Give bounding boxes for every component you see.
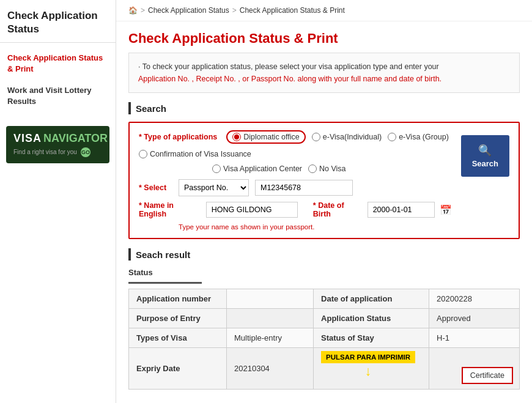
result-section-title: Seach result: [136, 250, 190, 260]
search-form-inner: * Type of applications Diplomatic office…: [139, 130, 509, 231]
search-btn-wrap: 🔍 Search: [452, 130, 509, 177]
radio-vac-input[interactable]: [212, 165, 221, 173]
input-row-name-dob: * Name in English * Date of Birth 📅: [139, 201, 452, 218]
result-status-label: Status: [128, 268, 520, 277]
visa-navigator-banner[interactable]: VISA NAVIGATOR Find a right visa for you…: [6, 126, 109, 163]
calendar-icon[interactable]: 📅: [440, 204, 452, 216]
info-box: · To check your application status, plea…: [128, 53, 520, 93]
name-input[interactable]: [206, 202, 298, 218]
radio-novisa-label: No Visa: [319, 165, 346, 173]
col-date-of-application-label: Date of application: [314, 289, 429, 309]
radio-vac[interactable]: Visa Application Center: [212, 165, 302, 173]
col-expiry-value: 20210304: [227, 348, 314, 390]
col-application-number-value: [227, 289, 314, 309]
radio-confirmation-label: Confirmation of Visa Issuance: [150, 150, 251, 158]
result-section-bar: [128, 248, 131, 261]
callout-label: PULSAR PARA IMPRIMIR: [321, 351, 415, 363]
col-application-number-label: Application number: [129, 289, 227, 309]
info-highlight: Application No. , Receipt No. , or Passp…: [138, 75, 441, 83]
breadcrumb-sep2: >: [232, 6, 237, 15]
radio-evisa-group-label: e-Visa (Group): [399, 133, 449, 141]
radio-row-type: * Type of applications Diplomatic office…: [139, 130, 452, 158]
col-callout-cell: PULSAR PARA IMPRIMIR ↓: [314, 348, 429, 390]
table-row: Types of Visa Multiple-entry Status of S…: [129, 328, 520, 348]
search-icon: 🔍: [478, 144, 492, 157]
tab-underline: [128, 282, 202, 284]
breadcrumb-link[interactable]: Check Application Status: [148, 6, 229, 15]
section-bar: [128, 102, 131, 114]
breadcrumb-current: Check Application Status & Print: [240, 6, 345, 15]
dob-input[interactable]: [368, 202, 435, 218]
col-expiry-label: Expriy Date: [129, 348, 227, 390]
radio-row-2: Visa Application Center No Visa: [139, 165, 452, 173]
input-row-passport: * Select Application No. Receipt No. Pas…: [139, 179, 452, 196]
sidebar-item-check-print[interactable]: Check Application Status & Print: [0, 48, 116, 79]
col-status-stay-value: H-1: [429, 328, 520, 348]
sidebar-nav: Check Application Status & Print Work an…: [0, 43, 116, 117]
search-box: * Type of applications Diplomatic office…: [128, 122, 520, 239]
select-dropdown[interactable]: Application No. Receipt No. Passport No.: [179, 179, 249, 196]
go-circle: GO: [81, 147, 91, 157]
radio-evisa-individual-label: e-Visa(Individual): [323, 133, 382, 141]
info-text-before: · To check your application status, plea…: [138, 62, 439, 71]
table-row: Application number Date of application 2…: [129, 289, 520, 309]
radio-diplomatic[interactable]: Diplomatic office: [226, 130, 305, 144]
radio-vac-label: Visa Application Center: [223, 165, 302, 173]
type-label: * Type of applications: [139, 133, 217, 141]
search-section-header: Search: [128, 102, 520, 114]
certificate-button[interactable]: Certificate: [462, 367, 513, 384]
result-table: Application number Date of application 2…: [128, 289, 520, 390]
radio-novisa-input[interactable]: [308, 165, 317, 173]
callout-arrow: ↓: [321, 364, 415, 378]
page-title: Check Application Status & Print: [116, 21, 532, 53]
radio-confirmation-input[interactable]: [139, 150, 147, 158]
sidebar-item-lottery[interactable]: Work and Visit Lottery Results: [0, 80, 116, 112]
passport-input[interactable]: [255, 180, 353, 196]
col-certificate-cell: Certificate: [429, 348, 520, 390]
radio-diplomatic-input[interactable]: [232, 133, 241, 141]
radio-evisa-individual[interactable]: e-Visa(Individual): [312, 133, 382, 141]
main-content: 🏠 > Check Application Status > Check App…: [116, 0, 532, 403]
search-btn-label: Search: [472, 159, 498, 168]
table-row: Purpose of Entry Application Status Appr…: [129, 309, 520, 328]
col-date-of-application-value: 20200228: [429, 289, 520, 309]
select-label: * Select: [139, 183, 172, 192]
search-section-title: Search: [136, 103, 166, 114]
search-section: Search * Type of applications Diplomatic…: [128, 102, 520, 239]
breadcrumb-home-icon: 🏠: [128, 6, 138, 15]
radio-diplomatic-label: Diplomatic office: [243, 133, 299, 141]
sidebar: Check Application Status Check Applicati…: [0, 0, 116, 403]
col-types-visa-label: Types of Visa: [129, 328, 227, 348]
col-status-stay-label: Status of Stay: [314, 328, 429, 348]
navigator-text: NAVIGATOR: [43, 132, 108, 145]
radio-evisa-group[interactable]: e-Visa (Group): [388, 133, 449, 141]
hint-text: Type your name as shown in your passport…: [179, 223, 452, 231]
col-purpose-label: Purpose of Entry: [129, 309, 227, 328]
table-row-expiry: Expriy Date 20210304 PULSAR PARA IMPRIMI…: [129, 348, 520, 390]
visa-navigator-subtitle: Find a right visa for you: [13, 149, 77, 155]
sidebar-title: Check Application Status: [0, 0, 116, 43]
radio-evisa-individual-input[interactable]: [312, 133, 320, 141]
result-section-header: Seach result: [128, 248, 520, 261]
dob-label: * Date of Birth: [313, 201, 361, 218]
radio-confirmation[interactable]: Confirmation of Visa Issuance: [139, 150, 251, 158]
breadcrumb: 🏠 > Check Application Status > Check App…: [116, 0, 532, 21]
result-section: Seach result Status Application number D…: [128, 248, 520, 390]
col-purpose-value: [227, 309, 314, 328]
col-types-visa-value: Multiple-entry: [227, 328, 314, 348]
search-fields: * Type of applications Diplomatic office…: [139, 130, 452, 231]
search-button[interactable]: 🔍 Search: [461, 135, 509, 177]
col-status-value: Approved: [429, 309, 520, 328]
breadcrumb-sep1: >: [141, 6, 145, 15]
col-status-label: Application Status: [314, 309, 429, 328]
radio-novisa[interactable]: No Visa: [308, 165, 346, 173]
radio-evisa-group-input[interactable]: [388, 133, 396, 141]
name-label: * Name in English: [139, 201, 200, 218]
visa-text: VISA: [13, 132, 42, 145]
